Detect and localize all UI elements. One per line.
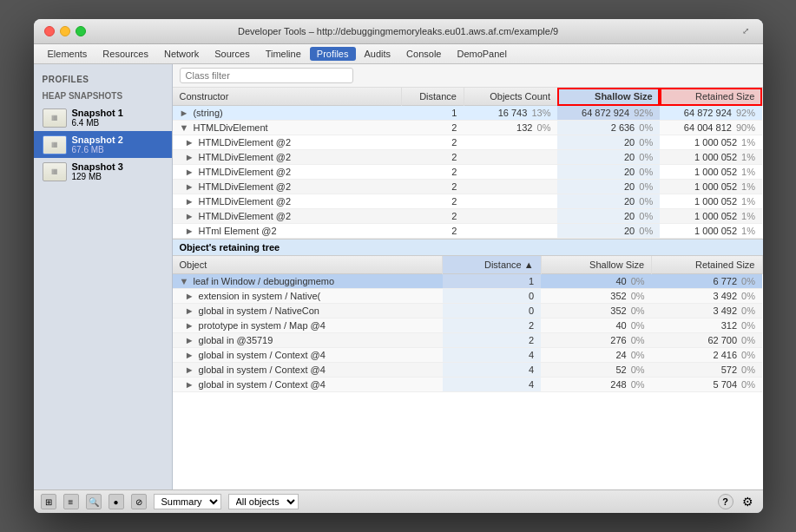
objects-select[interactable]: All objects — [228, 494, 299, 509]
th-object: Object — [173, 256, 443, 274]
cell-ret-retained: 62 700 0% — [652, 333, 762, 348]
th-distance: Distance — [401, 88, 464, 106]
snapshot-size-2: 67.6 MB — [72, 145, 123, 154]
cell-ret-shallow: 248 0% — [541, 378, 651, 392]
snapshot-info-2: Snapshot 2 67.6 MB — [72, 135, 123, 154]
menu-profiles[interactable]: Profiles — [310, 47, 356, 61]
list-item: ► global in system / Context @4 4 248 0%… — [173, 378, 763, 392]
snapshot-item-2[interactable]: ▦ Snapshot 2 67.6 MB — [34, 131, 172, 158]
table-row: ► HTMLDivElement @2 2 20 0% 1 000 052 1% — [173, 165, 763, 180]
snapshot-icon-1: ▦ — [43, 108, 67, 128]
table-row: ► HTMLDivElement @2 2 20 0% 1 000 052 1% — [173, 209, 763, 224]
cell-objects — [464, 224, 557, 239]
heap-snapshots-label: HEAP SNAPSHOTS — [34, 89, 172, 104]
help-button[interactable]: ? — [718, 494, 734, 509]
sidebar-title: Profiles — [34, 71, 172, 89]
ban-icon[interactable]: ⊘ — [131, 494, 147, 509]
cell-ret-distance: 4 — [443, 378, 541, 392]
cell-retained: 1 000 052 1% — [660, 165, 762, 180]
cell-object: ▼ leaf in Window / debuggingmemo — [173, 274, 443, 289]
retaining-tree-label: Object's retaining tree — [173, 239, 763, 256]
snapshot-item-1[interactable]: ▦ Snapshot 1 6.4 MB — [34, 104, 172, 131]
cell-ret-shallow: 24 0% — [541, 348, 651, 363]
cell-objects — [464, 180, 557, 194]
cell-ret-shallow: 40 0% — [541, 319, 651, 333]
table-row: ► HTMLDivElement @2 2 20 0% 1 000 052 1% — [173, 150, 763, 165]
record-icon[interactable]: ● — [109, 494, 124, 509]
cell-retained: 64 872 924 92% — [660, 106, 762, 121]
cell-object: ► global in @35719 — [173, 333, 443, 348]
cell-objects — [464, 194, 557, 209]
cell-ret-retained: 5 704 0% — [652, 378, 762, 392]
th-ret-distance: Distance ▲ — [443, 256, 541, 274]
settings-gear-icon[interactable]: ⚙ — [740, 494, 756, 509]
cell-distance: 2 — [401, 150, 464, 165]
maximize-button[interactable] — [76, 26, 86, 36]
expand-icon[interactable]: ⤢ — [742, 26, 753, 36]
cell-ret-shallow: 52 0% — [541, 363, 651, 378]
cell-retained: 1 000 052 1% — [660, 150, 762, 165]
search-icon[interactable]: 🔍 — [86, 494, 102, 509]
list-item: ► global in system / Context @4 4 52 0% … — [173, 363, 763, 378]
snapshot-item-3[interactable]: ▦ Snapshot 3 129 MB — [34, 158, 172, 185]
menu-demopanel[interactable]: DemoPanel — [450, 47, 513, 61]
menu-sources[interactable]: Sources — [207, 47, 256, 61]
title-bar: Developer Tools – http://debuggingmemory… — [34, 19, 763, 44]
devtools-window: Developer Tools – http://debuggingmemory… — [34, 19, 763, 513]
cell-ret-distance: 0 — [443, 289, 541, 304]
th-retained-size: Retained Size — [660, 88, 762, 106]
cell-objects — [464, 135, 557, 150]
cell-objects — [464, 150, 557, 165]
close-button[interactable] — [44, 26, 55, 36]
cell-ret-shallow: 352 0% — [541, 304, 651, 319]
retaining-header-row: Object Distance ▲ Shallow Size Retained … — [173, 256, 763, 274]
window-title: Developer Tools – http://debuggingmemory… — [238, 26, 558, 36]
cell-shallow: 64 872 924 92% — [557, 106, 660, 121]
minimize-button[interactable] — [60, 26, 70, 36]
menu-timeline[interactable]: Timeline — [259, 47, 308, 61]
cell-constructor: ► (string) — [173, 106, 402, 121]
cell-shallow: 20 0% — [557, 180, 660, 194]
cell-ret-retained: 3 492 0% — [652, 289, 762, 304]
objects-select-container: All objects — [228, 494, 299, 509]
upper-table-container[interactable]: Constructor Distance Objects Count Shall… — [173, 88, 763, 239]
snapshot-name-3: Snapshot 3 — [72, 161, 123, 172]
cell-ret-shallow: 352 0% — [541, 289, 651, 304]
cell-shallow: 2 636 0% — [557, 121, 660, 135]
cell-ret-distance: 1 — [443, 274, 541, 289]
cell-object: ► prototype in system / Map @4 — [173, 319, 443, 333]
list-item: ► global in @35719 2 276 0% 62 700 0% — [173, 333, 763, 348]
cell-object: ► global in system / Context @4 — [173, 348, 443, 363]
snapshot-size-1: 6.4 MB — [72, 118, 123, 128]
cell-constructor: ► HTMLDivElement @2 — [173, 135, 402, 150]
cell-objects — [464, 209, 557, 224]
menu-network[interactable]: Network — [157, 47, 206, 61]
table-row: ► HTMLDivElement @2 2 20 0% 1 000 052 1% — [173, 194, 763, 209]
menu-audits[interactable]: Audits — [358, 47, 398, 61]
sidebar: Profiles HEAP SNAPSHOTS ▦ Snapshot 1 6.4… — [34, 64, 173, 489]
menu-resources[interactable]: Resources — [95, 47, 155, 61]
lower-table-container[interactable]: Object Distance ▲ Shallow Size Retained … — [173, 256, 763, 489]
cell-ret-distance: 0 — [443, 304, 541, 319]
snapshot-info-3: Snapshot 3 129 MB — [72, 161, 123, 181]
cell-retained: 1 000 052 1% — [660, 180, 762, 194]
cell-distance: 2 — [401, 209, 464, 224]
retaining-table-body: ▼ leaf in Window / debuggingmemo 1 40 0%… — [173, 274, 763, 392]
main-panel: Constructor Distance Objects Count Shall… — [173, 64, 763, 489]
heap-table-body: ► (string) 1 16 743 13% 64 872 924 92% 6… — [173, 106, 763, 239]
class-filter-input[interactable] — [180, 68, 353, 83]
menu-console[interactable]: Console — [399, 47, 448, 61]
menu-elements[interactable]: Elements — [41, 47, 95, 61]
snapshot-name-1: Snapshot 1 — [72, 108, 123, 118]
cell-retained: 1 000 052 1% — [660, 209, 762, 224]
table-row: ▼ HTMLDivElement 2 132 0% 2 636 0% 64 00… — [173, 121, 763, 135]
th-ret-shallow: Shallow Size — [541, 256, 651, 274]
main-content: Profiles HEAP SNAPSHOTS ▦ Snapshot 1 6.4… — [34, 64, 763, 489]
list-item: ▼ leaf in Window / debuggingmemo 1 40 0%… — [173, 274, 763, 289]
grid-view-icon[interactable]: ⊞ — [41, 494, 56, 509]
list-view-icon[interactable]: ≡ — [63, 494, 79, 509]
cell-ret-retained: 3 492 0% — [652, 304, 762, 319]
list-item: ► prototype in system / Map @4 2 40 0% 3… — [173, 319, 763, 333]
summary-select[interactable]: Summary — [154, 494, 221, 509]
cell-distance: 2 — [401, 121, 464, 135]
